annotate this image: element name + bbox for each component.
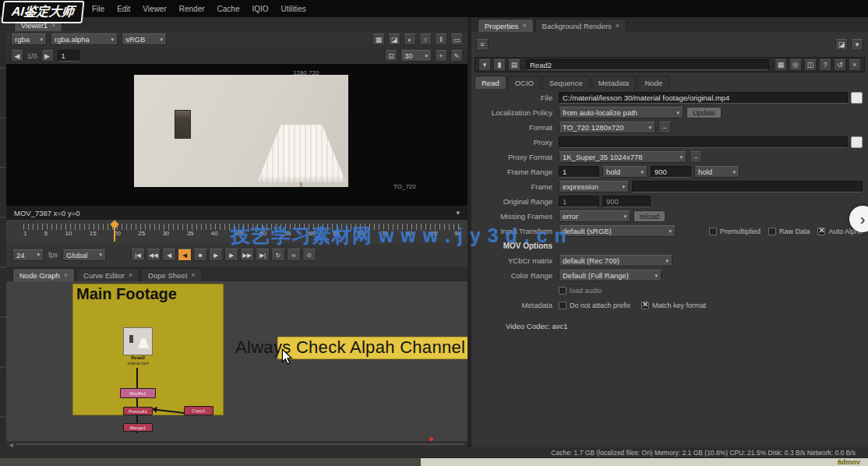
input-transform-select[interactable]: default (sRGB) ▾ <box>559 225 676 237</box>
prev-view-icon[interactable]: ◀ <box>11 50 23 62</box>
fps-select[interactable]: 30 ▾ <box>400 50 432 62</box>
gamma-icon[interactable]: ○ <box>419 34 432 45</box>
format-select[interactable]: TO_720 1280x720 ▾ <box>559 122 655 133</box>
proxy-browser-button[interactable] <box>851 136 863 148</box>
close-icon[interactable]: × <box>616 22 619 30</box>
panel-menu-button[interactable]: ≡ <box>476 39 489 51</box>
postage-stamp-button[interactable]: ▦ <box>774 59 787 71</box>
goto-end-button[interactable]: ▶| <box>256 249 270 261</box>
panel-tab[interactable]: Background Renders × <box>535 19 627 32</box>
close-icon[interactable]: × <box>191 271 195 279</box>
format-edit-button[interactable]: − <box>658 122 671 133</box>
node-color-swatch[interactable]: ▮ <box>493 59 506 71</box>
proxy-format-select[interactable]: 1K_Super_35 1024x778 ▾ <box>559 151 686 163</box>
menu-item[interactable]: IQIO <box>252 5 268 13</box>
step-back-button[interactable]: ◀ <box>162 249 176 261</box>
node-tab[interactable]: Metadata <box>591 76 637 89</box>
scroll-left-icon[interactable]: ◀ <box>9 442 13 447</box>
nodegraph-canvas[interactable]: Main Footage Read2 original.mp4 Shuffle1… <box>6 281 468 441</box>
panel-tab[interactable]: Node Graph × <box>12 268 75 281</box>
channels-icon[interactable]: ▤ <box>508 59 520 71</box>
range-end-field[interactable]: 900 <box>651 166 691 178</box>
menu-item[interactable]: Edit <box>117 5 130 13</box>
frame-range-mode-select[interactable]: Global ▾ <box>62 249 106 261</box>
revert-button[interactable]: ↺ <box>834 59 846 71</box>
prev-keyframe-button[interactable]: ◀◀ <box>146 249 161 261</box>
proxy-format-edit-button[interactable]: − <box>690 151 702 163</box>
menu-item[interactable]: File <box>92 5 104 13</box>
range-lock-button[interactable]: ⊙ <box>302 249 316 261</box>
float-panel-button[interactable]: ◫ <box>804 59 817 71</box>
bounce-mode-button[interactable]: ∞ <box>287 249 301 261</box>
node-tab[interactable]: Read <box>475 76 506 89</box>
close-icon[interactable]: × <box>64 271 68 279</box>
panel-tab[interactable]: Curve Editor × <box>76 268 139 281</box>
range-start-field[interactable]: 1 <box>559 166 599 178</box>
menu-item[interactable]: Viewer <box>143 5 166 13</box>
disclosure-icon[interactable]: ▾ <box>478 59 491 71</box>
pause-icon[interactable]: ‖ <box>435 34 447 45</box>
playhead[interactable] <box>114 221 115 242</box>
reload-button[interactable]: reload <box>633 210 665 222</box>
play-backward-button[interactable]: ◀ <box>178 249 192 261</box>
sticky-note[interactable]: Always Check Alpah Channel <box>235 335 468 362</box>
layer-select[interactable]: rgba.alpha ▾ <box>51 34 118 45</box>
panel-tab[interactable]: Properties × <box>478 19 534 32</box>
checkbox[interactable] <box>559 287 566 295</box>
update-button[interactable]: Update <box>686 107 722 118</box>
gain-icon[interactable]: ◐ <box>404 34 416 45</box>
check-item[interactable]: Premultiplied <box>709 228 760 235</box>
goto-start-button[interactable]: |◀ <box>131 249 145 261</box>
load-audio-check[interactable]: load audio <box>559 287 602 295</box>
playback-rate-select[interactable]: 24 ▾ <box>12 249 44 261</box>
play-forward-button[interactable]: ▶ <box>209 249 223 261</box>
timeline-ruler[interactable] <box>23 224 461 230</box>
close-icon[interactable]: × <box>522 22 526 30</box>
channel-select[interactable]: rgba ▾ <box>11 34 47 45</box>
node-tab[interactable]: OCIO <box>508 76 541 89</box>
viewer-canvas[interactable]: 1280,720 TO_720 <box>6 64 468 206</box>
graph-node[interactable]: Merge1 <box>123 423 153 432</box>
check-item[interactable]: Do not attach prefix <box>559 302 630 309</box>
range-start-mode-select[interactable]: hold ▾ <box>602 166 647 178</box>
wipe-icon[interactable]: ◪ <box>388 34 400 45</box>
file-browser-button[interactable] <box>851 92 863 104</box>
checkbox[interactable] <box>641 302 649 309</box>
stop-button[interactable]: ■ <box>193 249 207 261</box>
proxy-toggle-icon[interactable]: ⊡ <box>385 50 397 62</box>
help-button[interactable]: ? <box>819 59 831 71</box>
close-panel-button[interactable]: × <box>849 59 861 71</box>
menu-item[interactable]: Render <box>179 5 205 13</box>
ycbcr-matrix-select[interactable]: default (Rec 709) ▾ <box>559 255 672 267</box>
dock-panel-icon[interactable]: ◪ <box>835 39 848 51</box>
checkbox[interactable] <box>709 228 717 235</box>
display-transform-select[interactable]: sRGB ▾ <box>122 34 167 45</box>
graph-node[interactable]: Shuffle1 <box>120 388 156 398</box>
read-node[interactable]: Read2 original.mp4 <box>123 327 153 368</box>
panel-tab[interactable]: Dope Sheet × <box>141 268 202 281</box>
step-forward-button[interactable]: ▶ <box>224 249 238 261</box>
checkbox[interactable] <box>768 228 776 235</box>
center-node-button[interactable]: ◎ <box>789 59 802 71</box>
add-icon[interactable]: + <box>435 50 447 62</box>
nodegraph-hscrollbar[interactable]: ◀ <box>6 441 468 447</box>
timeline[interactable]: 151015202530354045505560657075808590 <box>6 220 468 243</box>
close-icon[interactable]: × <box>129 271 132 279</box>
node-tab[interactable]: Node <box>637 76 669 89</box>
frame-expression-field[interactable] <box>632 181 863 192</box>
check-item[interactable]: Match key format <box>641 302 706 309</box>
menu-item[interactable]: Cache <box>217 5 240 13</box>
graph-node[interactable]: Premult1 <box>123 407 153 415</box>
chevron-down-icon[interactable]: ▾ <box>456 209 460 217</box>
scrollbar-track[interactable] <box>16 443 464 445</box>
file-path-field[interactable]: C:/material/lesson 30/material footage/o… <box>559 92 848 104</box>
localization-policy-select[interactable]: from auto-localize path ▾ <box>559 107 683 118</box>
panel-options-icon[interactable]: ▾ <box>851 39 863 51</box>
menu-item[interactable]: Utilities <box>281 5 306 13</box>
range-end-mode-select[interactable]: hold ▾ <box>694 166 739 178</box>
layout-grid-icon[interactable]: ▦ <box>372 34 385 45</box>
node-name-field[interactable]: Read2 <box>526 59 769 70</box>
missing-frames-select[interactable]: error ▾ <box>559 210 630 222</box>
loop-mode-button[interactable]: ↻ <box>271 249 285 261</box>
graph-node-side[interactable]: Copy1 <box>184 406 213 415</box>
